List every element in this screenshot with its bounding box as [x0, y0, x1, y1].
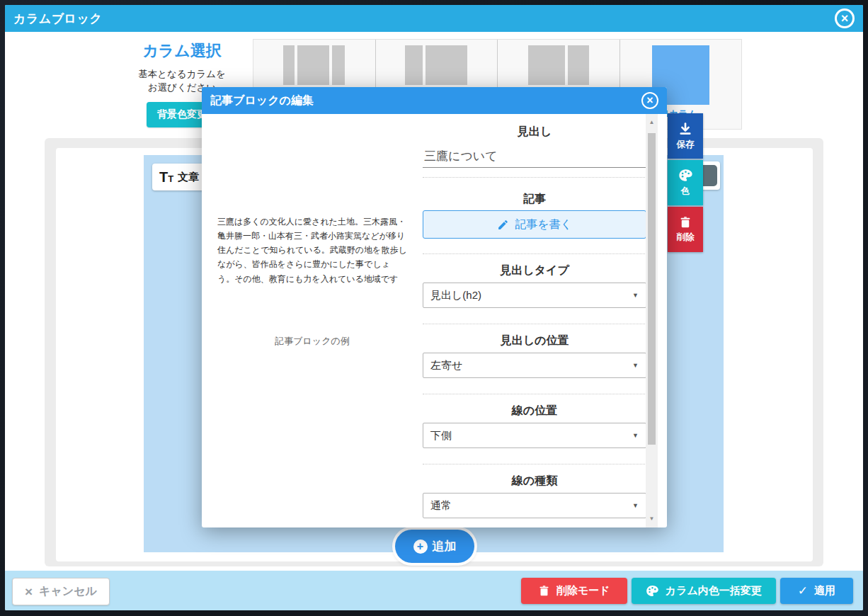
apply-button[interactable]: ✓ 適用 [780, 578, 853, 604]
form-scrollbar[interactable]: ▲ ▼ [646, 114, 658, 527]
plus-icon: + [413, 540, 428, 554]
heading-type-value: 見出し(h2) [430, 289, 481, 302]
heading-position-select[interactable]: 左寄せ ▼ [423, 353, 646, 378]
block-action-buttons: 保存 色 削除 [668, 113, 703, 253]
scrollbar-thumb[interactable] [648, 133, 656, 445]
delete-mode-label: 削除モード [556, 584, 610, 598]
add-button-label: 追加 [433, 538, 457, 554]
text-block-button[interactable]: TT 文章 [152, 164, 206, 190]
chevron-down-icon: ▼ [632, 432, 639, 439]
line-type-select[interactable]: 通常 ▼ [423, 493, 646, 518]
heading-position-section: 見出しの位置 左寄せ ▼ [423, 324, 646, 394]
heading-type-section: 見出しタイプ 見出し(h2) ▼ [423, 254, 646, 324]
delete-mode-button[interactable]: 削除モード [521, 578, 627, 604]
edit-modal-header: 記事ブロックの編集 × [202, 87, 667, 114]
x-icon: × [25, 585, 33, 598]
example-caption: 記事ブロックの例 [202, 335, 423, 348]
line-type-label: 線の種類 [423, 474, 646, 487]
add-button[interactable]: + 追加 [395, 530, 474, 563]
scroll-down-icon[interactable]: ▼ [646, 512, 658, 526]
line-position-select[interactable]: 下側 ▼ [423, 423, 646, 448]
layout-option-bars [283, 45, 345, 85]
article-field-label: 記事 [423, 193, 646, 205]
page-background: カラムブロック × カラム選択 基本となるカラムを お選びください 背景色変更 … [0, 0, 868, 616]
color-button-label: 色 [681, 186, 690, 198]
write-article-button[interactable]: 記事を書く [423, 210, 646, 239]
save-button-label: 保存 [677, 139, 695, 151]
footer-bar: × キャンセル 削除モード カラム内色一括変更 ✓ 適用 [5, 571, 863, 610]
bulk-color-change-label: カラム内色一括変更 [666, 584, 762, 598]
download-icon [678, 122, 692, 136]
heading-type-select[interactable]: 見出し(h2) ▼ [423, 283, 646, 308]
delete-button-label: 削除 [677, 232, 695, 244]
line-type-section: 線の種類 通常 ▼ [423, 464, 646, 534]
write-article-label: 記事を書く [515, 217, 572, 232]
heading-position-value: 左寄せ [430, 359, 462, 372]
edit-modal-close-icon[interactable]: × [641, 92, 658, 109]
edit-modal-title: 記事ブロックの編集 [210, 93, 314, 108]
column-block-window: カラムブロック × カラム選択 基本となるカラムを お選びください 背景色変更 … [5, 5, 863, 610]
layout-option-bars [528, 45, 589, 85]
layout-option-bars [405, 45, 467, 85]
color-button[interactable]: 色 [668, 160, 703, 205]
cancel-button-label: キャンセル [39, 584, 97, 599]
footer-right-buttons: 削除モード カラム内色一括変更 ✓ 適用 [521, 578, 853, 604]
heading-position-label: 見出しの位置 [423, 334, 646, 347]
heading-input[interactable] [423, 145, 646, 168]
delete-button[interactable]: 削除 [668, 207, 703, 252]
edit-form: 見出し 記事 記事を書く 見出しタイプ 見出し(h2) ▼ [423, 114, 646, 534]
text-icon: TT [159, 170, 173, 184]
line-position-value: 下側 [430, 429, 452, 443]
chevron-down-icon: ▼ [632, 292, 639, 299]
line-position-label: 線の位置 [423, 404, 646, 417]
trash-icon [538, 585, 550, 597]
save-button[interactable]: 保存 [668, 113, 703, 159]
edit-article-modal: 記事ブロックの編集 × 三鷹は多くの文化人に愛された土地。三木露風・亀井勝一郎・… [202, 87, 667, 527]
example-paragraph: 三鷹は多くの文化人に愛された土地。三木露風・亀井勝一郎・山本有三・武者小路実篤な… [217, 215, 407, 286]
chevron-down-icon: ▼ [632, 502, 639, 509]
text-block-label: 文章 [178, 171, 199, 184]
cancel-button[interactable]: × キャンセル [12, 578, 110, 605]
chevron-down-icon: ▼ [632, 362, 639, 369]
window-title: カラムブロック [13, 11, 102, 27]
window-close-icon[interactable]: × [835, 8, 855, 28]
check-icon: ✓ [798, 583, 808, 598]
palette-icon [646, 584, 659, 598]
bulk-color-change-button[interactable]: カラム内色一括変更 [632, 578, 776, 604]
line-position-section: 線の位置 下側 ▼ [423, 394, 646, 464]
heading-type-label: 見出しタイプ [423, 264, 646, 277]
apply-button-label: 適用 [814, 584, 835, 598]
scroll-up-icon[interactable]: ▲ [646, 115, 658, 130]
palette-icon [678, 168, 693, 183]
column-select-heading: カラム選択 [97, 40, 267, 62]
window-titlebar: カラムブロック × [5, 5, 863, 32]
heading-field-section: 見出し [423, 114, 646, 178]
article-field-section: 記事 記事を書く [423, 178, 646, 254]
heading-field-label: 見出し [423, 125, 646, 138]
line-type-value: 通常 [430, 499, 452, 513]
trash-icon [679, 216, 692, 229]
pencil-icon [497, 219, 509, 231]
